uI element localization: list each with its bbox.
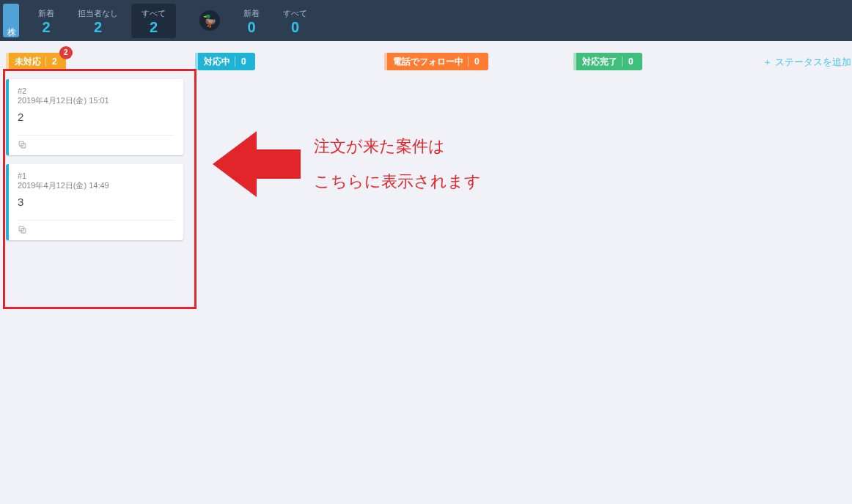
ticket-title: 3 [18, 196, 175, 208]
status-pill-unhandled[interactable]: 未対応 2 2 [6, 53, 66, 70]
filter-label: すべて [283, 8, 307, 19]
column-phone-follow: 電話でフォロー中 0 [378, 53, 568, 70]
ticket-id: #1 [18, 171, 175, 180]
ticket-date: 2019年4月12日(金) 14:49 [18, 180, 175, 191]
filter-count: 0 [243, 19, 260, 35]
status-name: 対応中 [204, 56, 230, 68]
filter-count: 0 [283, 19, 307, 35]
ticket-title: 2 [18, 111, 175, 123]
status-pill-phone-follow[interactable]: 電話でフォロー中 0 [384, 53, 488, 70]
ticket-id: #2 [18, 86, 175, 95]
filter-label: 担当者なし [78, 8, 118, 19]
org-chip[interactable]: 株 [3, 4, 19, 37]
app-header: 株 新着 2 担当者なし 2 すべて 2 🦆 新着 0 すべて 0 [0, 0, 852, 41]
status-count: 0 [622, 56, 634, 67]
status-name: 電話でフォロー中 [393, 56, 463, 68]
ticket-card[interactable]: #1 2019年4月12日(金) 14:49 3 [6, 164, 183, 240]
status-pill-done[interactable]: 対応完了 0 [573, 53, 642, 70]
filter-unassigned[interactable]: 担当者なし 2 [67, 4, 128, 38]
ticket-card[interactable]: #2 2019年4月12日(金) 15:01 2 [6, 79, 183, 155]
filter-count: 2 [78, 19, 118, 35]
new-badge: 2 [59, 46, 73, 59]
column-done: 対応完了 0 [568, 53, 757, 70]
filter2-new[interactable]: 新着 0 [233, 4, 270, 38]
filter-label: すべて [142, 8, 166, 19]
add-status-button[interactable]: ＋ ステータスを追加 [757, 53, 852, 72]
filter-label: 新着 [38, 8, 54, 19]
ticket-date: 2019年4月12日(金) 15:01 [18, 95, 175, 106]
kanban-board: 未対応 2 2 #2 2019年4月12日(金) 15:01 2 #1 2019… [0, 41, 852, 504]
status-name: 未対応 [15, 56, 41, 68]
status-count: 2 [45, 56, 57, 67]
filter-all[interactable]: すべて 2 [131, 4, 176, 38]
status-name: 対応完了 [582, 56, 617, 68]
filter-count: 2 [38, 19, 54, 35]
filter-label: 新着 [243, 8, 260, 19]
duck-icon[interactable]: 🦆 [199, 10, 220, 31]
copy-icon[interactable] [18, 225, 175, 234]
status-pill-in-progress[interactable]: 対応中 0 [195, 53, 255, 70]
filter2-all[interactable]: すべて 0 [273, 4, 317, 38]
copy-icon[interactable] [18, 140, 175, 149]
filter-count: 2 [142, 19, 166, 35]
column-unhandled: 未対応 2 2 #2 2019年4月12日(金) 15:01 2 #1 2019… [0, 53, 189, 240]
status-count: 0 [468, 56, 480, 67]
filter-new[interactable]: 新着 2 [28, 4, 65, 38]
status-count: 0 [235, 56, 246, 67]
column-in-progress: 対応中 0 [189, 53, 378, 70]
